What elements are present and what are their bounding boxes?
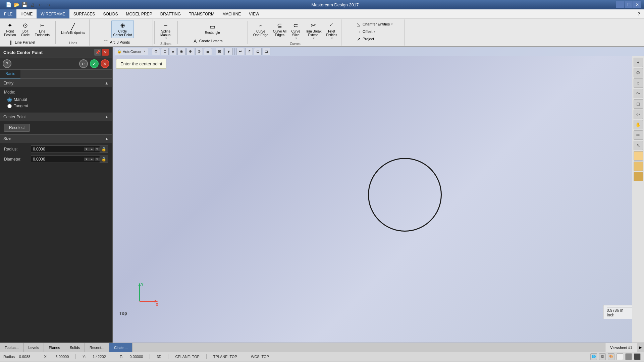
spline-manual-btn[interactable]: ~ Spline Manual ▼	[158, 20, 173, 41]
menu-model-prep[interactable]: MODEL PREP	[122, 9, 156, 18]
diameter-dropdown-btn[interactable]: ▼	[84, 158, 89, 161]
qa-new-btn[interactable]: 📄	[5, 1, 12, 8]
tab-planes[interactable]: Planes	[44, 343, 65, 352]
menu-view[interactable]: VIEW	[245, 9, 263, 18]
menu-home[interactable]: HOME	[16, 9, 37, 18]
rt-color1-btn[interactable]	[634, 151, 643, 161]
rt-hand-btn[interactable]: ✋	[634, 120, 643, 129]
ct-btn-10[interactable]: ↩	[236, 48, 244, 55]
bolt-circle-btn[interactable]: ⊙ Bolt Circle	[19, 20, 32, 38]
qa-redo-btn[interactable]: ↪	[45, 1, 52, 8]
rt-gear-btn[interactable]: ⚙	[634, 68, 643, 77]
menu-drafting[interactable]: DRAFTING	[156, 9, 185, 18]
create-letters-btn[interactable]: A Create Letters	[191, 38, 234, 44]
menu-surfaces[interactable]: SURFACES	[69, 9, 99, 18]
qa-undo-btn[interactable]: ↩	[37, 1, 44, 8]
canvas-area[interactable]: 🔒 AutoCursor ▼ ⚙ ⊡ ● ◉ ⊕ ⊗ ☰ ⊞ ▼ ↩ ↺ ⊏ ⊐…	[113, 47, 644, 343]
status-color-btn[interactable]: 🎨	[608, 353, 614, 360]
tabs-scroll-btn[interactable]: ▶	[637, 346, 644, 349]
size-section-header[interactable]: Size ▲	[0, 134, 112, 143]
tab-toolpa[interactable]: Toolpa...	[0, 343, 24, 352]
qa-open-btn[interactable]: 📂	[13, 1, 20, 8]
ct-btn-4[interactable]: ◉	[177, 48, 185, 55]
project-btn[interactable]: ↗ Project	[354, 36, 395, 42]
menu-machine[interactable]: MACHINE	[218, 9, 245, 18]
tab-basic[interactable]: Basic	[0, 70, 20, 78]
panel-pin-btn[interactable]: 📌	[94, 49, 101, 56]
menu-transform[interactable]: TRANSFORM	[185, 9, 218, 18]
ct-btn-5[interactable]: ⊕	[186, 48, 194, 55]
ct-btn-12[interactable]: ⊏	[254, 48, 262, 55]
ct-btn-11[interactable]: ↺	[245, 48, 253, 55]
ct-btn-3[interactable]: ●	[170, 48, 177, 55]
trim-break-extend-btn[interactable]: ✂ Trim Break Extend ▼	[303, 20, 324, 41]
menu-solids[interactable]: SOLIDS	[99, 9, 122, 18]
entity-section-header[interactable]: Entity ▲	[0, 79, 112, 87]
rt-pointer-btn[interactable]: ↖	[634, 141, 643, 150]
status-gray-btn[interactable]	[625, 353, 632, 360]
viewsheet-tab[interactable]: Viewsheet #1	[605, 343, 637, 352]
diameter-down-btn[interactable]: ▼	[95, 158, 100, 161]
radius-input[interactable]	[31, 146, 84, 153]
qa-print-btn[interactable]: 🖨	[29, 1, 36, 8]
qa-save-btn[interactable]: 💾	[21, 1, 28, 8]
rectangle-btn[interactable]: ▭ Rectangle	[203, 20, 222, 37]
radius-dropdown-btn[interactable]: ▼	[84, 147, 89, 151]
offset-btn[interactable]: ⊐ Offset ▼	[354, 28, 395, 35]
rt-color3-btn[interactable]	[634, 172, 643, 181]
circle-center-point-btn[interactable]: ⊕ Circle Center Point	[111, 20, 134, 38]
rt-pencil-btn[interactable]: ✏	[634, 130, 643, 140]
panel-back-btn[interactable]: ↩	[79, 59, 88, 68]
close-btn[interactable]: ✕	[633, 1, 641, 8]
rt-plus-btn[interactable]: +	[634, 58, 643, 67]
line-endpoints-main-btn[interactable]: ╱ Line\nEndpoints	[59, 20, 87, 37]
ct-btn-13[interactable]: ⊐	[263, 48, 270, 55]
curve-slice-btn[interactable]: ⊂ Curve Slice ▼	[289, 20, 303, 41]
rt-square-btn[interactable]: □	[634, 99, 643, 109]
ct-btn-9[interactable]: ▼	[224, 48, 233, 55]
point-position-btn[interactable]: ✦ Point Position	[2, 20, 18, 38]
panel-close-btn[interactable]: ✕	[102, 49, 109, 56]
line-parallel-btn[interactable]: ∥ Line Parallel	[6, 39, 48, 46]
diameter-lock-btn[interactable]: 🔒	[100, 156, 108, 163]
center-point-section-header[interactable]: Center Point ▲	[0, 113, 112, 121]
reselect-btn[interactable]: Reselect	[4, 124, 30, 132]
fillet-entities-btn[interactable]: ◜ Fillet Entities ▼	[324, 20, 339, 41]
diameter-up-btn[interactable]: ▲	[89, 158, 94, 161]
status-globe-btn[interactable]: 🌐	[590, 353, 597, 360]
rt-wave-btn[interactable]: 〜	[634, 89, 643, 98]
arc-3-points-btn[interactable]: ⌒ Arc 3 Points	[101, 39, 144, 46]
menu-wireframe[interactable]: WIREFRAME	[37, 9, 69, 18]
autocursor-btn[interactable]: 🔒 AutoCursor ▼	[115, 48, 148, 55]
tab-solids[interactable]: Solids	[65, 343, 85, 352]
mode-manual-radio[interactable]	[7, 98, 12, 102]
curve-one-edge-btn[interactable]: ⌢ Curve One Edge	[251, 20, 270, 38]
rt-arrows-btn[interactable]: ⇔	[634, 110, 643, 119]
tab-levels[interactable]: Levels	[24, 343, 44, 352]
menu-file[interactable]: FILE	[0, 9, 16, 18]
radius-down-btn[interactable]: ▼	[95, 147, 100, 151]
ct-btn-8[interactable]: ⊞	[216, 48, 223, 55]
minimize-btn[interactable]: —	[616, 1, 624, 8]
line-endpoints-btn[interactable]: ⊢ Line Endpoints	[33, 20, 52, 38]
help-panel-btn[interactable]: ?	[3, 59, 11, 68]
panel-cancel-btn[interactable]: ✕	[101, 59, 109, 68]
tab-circle[interactable]: Circle ...	[109, 343, 132, 352]
rt-color2-btn[interactable]	[634, 162, 643, 171]
mode-tangent-radio[interactable]	[7, 104, 12, 108]
curve-all-edges-btn[interactable]: ⊆ Curve All Edges	[271, 20, 288, 38]
rt-circle-btn[interactable]: ○	[634, 78, 643, 88]
status-dark-btn[interactable]	[634, 353, 641, 360]
tab-recent[interactable]: Recent...	[85, 343, 109, 352]
radius-up-btn[interactable]: ▲	[89, 147, 94, 151]
status-white-btn[interactable]	[616, 353, 623, 360]
ct-btn-1[interactable]: ⚙	[152, 48, 160, 55]
ct-btn-6[interactable]: ⊗	[195, 48, 203, 55]
restore-btn[interactable]: ❐	[625, 1, 633, 8]
ct-btn-7[interactable]: ☰	[204, 48, 212, 55]
status-monitor-btn[interactable]: 🖥	[599, 353, 606, 360]
panel-ok-btn[interactable]: ✓	[90, 59, 99, 68]
chamfer-entities-btn[interactable]: ◺ Chamfer Entities ▼	[354, 21, 395, 27]
help-btn[interactable]: ?	[634, 12, 644, 16]
diameter-input[interactable]	[31, 156, 84, 163]
